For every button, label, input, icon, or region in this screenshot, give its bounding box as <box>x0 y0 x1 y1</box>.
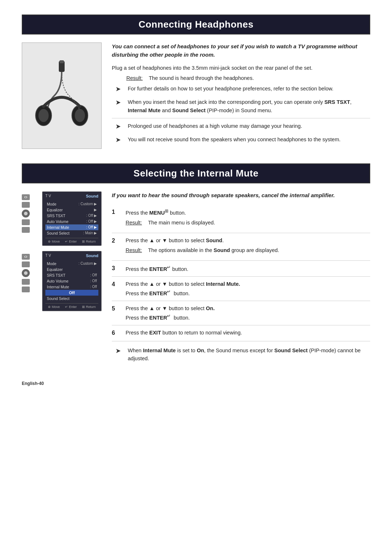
tv-side-icon-9 <box>22 279 30 285</box>
tv-menu-row-equalizer: Equalizer▶ <box>45 207 98 213</box>
headphones-image <box>22 42 102 149</box>
connecting-headphones-content: You can connect a set of headphones to y… <box>112 42 370 149</box>
arrow-item-3: ➤ Prolonged use of headphones at a high … <box>115 122 370 132</box>
page-number: English-40 <box>22 381 44 386</box>
internal-mute-bold: Internal Mute <box>128 107 160 113</box>
tv-menu-row-soundselect: Sound Select: Main ▶ <box>45 230 98 236</box>
arrow-text-2: When you insert the head set jack into t… <box>128 98 370 114</box>
step-6: 6 Press the EXIT button to return to nor… <box>112 325 370 341</box>
connecting-headphones-section: Connecting Headphones <box>22 15 370 149</box>
step-4-line1: Press the ▲ or ▼ button to select Intern… <box>126 280 370 288</box>
note-item: ➤ When Internal Mute is set to On, the S… <box>115 346 370 363</box>
sound-select-note-bold: Sound Select <box>274 348 308 353</box>
connecting-headphones-body1: Plug a set of headphones into the 3.5mm … <box>112 64 370 72</box>
tv-menu-1-footer: ⊕ Move↵ Enter⊠ Return <box>45 238 98 243</box>
arrow-icon-4: ➤ <box>115 135 123 145</box>
steps-area: If you want to hear the sound through se… <box>112 191 370 363</box>
step-6-content: Press the EXIT button to return to norma… <box>126 329 370 338</box>
svg-point-5 <box>75 109 85 122</box>
tv-menu-2-row-autovol: Auto Volume: Off <box>45 278 98 284</box>
tv-side-icon-6 <box>22 254 30 260</box>
selecting-internal-mute-title: Selecting the Internal Mute <box>30 168 362 179</box>
sound-bold: Sound <box>206 238 222 243</box>
on-bold: On. <box>206 305 215 311</box>
arrow-icon-1: ➤ <box>115 84 123 94</box>
tv-menu-1-wrap: T V Sound Mode: Custom ▶ Equalizer▶ SRS … <box>22 191 102 246</box>
tv-menu-2-row-srs: SRS TSXT: Off <box>45 272 98 278</box>
step-4: 4 Press the ▲ or ▼ button to select Inte… <box>112 277 370 301</box>
tv-side-icon-3 <box>22 210 30 218</box>
svg-point-9 <box>25 256 26 257</box>
svg-point-3 <box>38 109 49 122</box>
tv-side-icon-8 <box>22 269 30 277</box>
on-note-bold: On <box>197 348 204 353</box>
enter-bold-2: ENTER <box>149 291 167 296</box>
arrow-item-1: ➤ For further details on how to set your… <box>115 85 370 94</box>
selecting-internal-mute-section: Selecting the Internal Mute T V Sound <box>22 163 370 363</box>
step-2-content: Press the ▲ or ▼ button to select Sound.… <box>126 236 370 257</box>
result-text-1: The sound is heard through the headphone… <box>149 75 254 81</box>
step-1-text: Press the MENU⊞ button. <box>126 210 186 216</box>
connecting-headphones-arrows: ➤ For further details on how to set your… <box>115 85 370 114</box>
tv-menu-1-header-left: T V <box>45 194 51 200</box>
tv-menu-2-row-mode: Mode: Custom ▶ <box>45 261 98 267</box>
enter-bold-1: ENTER <box>149 266 167 272</box>
step-number-1: 1 <box>112 208 120 230</box>
arrow-item-4: ➤ You will not receive sound from the sp… <box>115 135 370 145</box>
headphones-illustration <box>22 43 101 149</box>
tv-menu-row-autovol: Auto Volume: Off ▶ <box>45 219 98 224</box>
svg-point-7 <box>25 196 26 198</box>
selecting-internal-mute-body: T V Sound Mode: Custom ▶ Equalizer▶ SRS … <box>22 191 370 363</box>
tv-side-icon-7 <box>22 261 30 267</box>
tv-side-icon-5 <box>22 227 30 233</box>
enter-bold-3: ENTER <box>149 314 167 320</box>
tv-menu-2-header-right: Sound <box>86 253 98 258</box>
srs-tsxt-bold: SRS TSXT <box>324 99 350 105</box>
tv-side-icon-2 <box>22 202 30 208</box>
arrow-icon-2: ➤ <box>115 98 123 114</box>
arrow-icon-3: ➤ <box>115 122 123 132</box>
sound-bold-2: Sound <box>214 247 230 253</box>
step-5: 5 Press the ▲ or ▼ button to select On. … <box>112 301 370 325</box>
selecting-internal-mute-title-box: Selecting the Internal Mute <box>22 163 370 183</box>
sound-select-bold: Sound Select <box>172 107 205 113</box>
note-text: When Internal Mute is set to On, the Sou… <box>128 346 370 363</box>
tv-menu-2: T V Sound Mode: Custom ▶ Equalizer SRS T… <box>42 251 102 311</box>
tv-menu-2-wrap: T V Sound Mode: Custom ▶ Equalizer SRS T… <box>22 251 102 311</box>
step-1-result: Result: The main menu is displayed. <box>126 219 370 227</box>
tv-menu-row-mode: Mode: Custom ▶ <box>45 201 98 207</box>
tv-menu-2-header-left: T V <box>45 253 51 259</box>
svg-rect-1 <box>60 60 64 63</box>
step-2-result-label: Result: <box>126 246 143 254</box>
step-6-text: Press the EXIT button to return to norma… <box>126 330 242 336</box>
step-2-result-text: The options available in the Sound group… <box>148 246 279 254</box>
tv-menu-row-srs: SRS TSXT: Off ▶ <box>45 213 98 219</box>
tv-menu-row-internalmute-highlighted: Internal Mute: Off ▶ <box>45 224 98 230</box>
step-number-5: 5 <box>112 304 120 322</box>
step-1-content: Press the MENU⊞ button. Result: The main… <box>126 208 370 230</box>
step-number-6: 6 <box>112 329 120 338</box>
tv-menu-2-footer: ⊕ Move↵ Enter⊠ Return <box>45 303 98 309</box>
connecting-headphones-result: Result: The sound is heard through the h… <box>126 75 370 81</box>
step-5-line2: Press the ENTER↵ button. <box>126 313 370 322</box>
arrow-item-2: ➤ When you insert the head set jack into… <box>115 98 370 114</box>
tv-menu-2-row-equalizer: Equalizer <box>45 267 98 272</box>
selecting-internal-mute-intro: If you want to hear the sound through se… <box>112 191 370 200</box>
arrow-text-1: For further details on how to set your h… <box>128 85 334 94</box>
step-number-3: 3 <box>112 264 120 273</box>
step-1: 1 Press the MENU⊞ button. Result: The ma… <box>112 204 370 233</box>
tv-menu-1-header: T V Sound <box>45 194 98 200</box>
step-5-content: Press the ▲ or ▼ button to select On. Pr… <box>126 304 370 322</box>
arrow-text-4: You will not receive sound from the spea… <box>128 135 340 145</box>
page-footer: English-40 <box>22 381 370 386</box>
connecting-headphones-title: Connecting Headphones <box>30 19 362 30</box>
step-4-line2: Press the ENTER↵ button. <box>126 288 370 297</box>
step-5-line1: Press the ▲ or ▼ button to select On. <box>126 304 370 312</box>
tv-menu-2-header: T V Sound <box>45 253 98 259</box>
step-2-result: Result: The options available in the Sou… <box>126 246 370 254</box>
result-label-1: Result: <box>126 75 144 81</box>
step-number-4: 4 <box>112 280 120 297</box>
tv-side-icon-1 <box>22 194 30 200</box>
tv-menu-1: T V Sound Mode: Custom ▶ Equalizer▶ SRS … <box>42 191 102 246</box>
step-2-text: Press the ▲ or ▼ button to select Sound. <box>126 238 224 243</box>
